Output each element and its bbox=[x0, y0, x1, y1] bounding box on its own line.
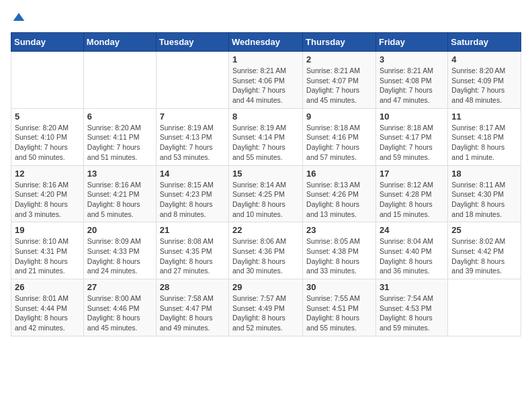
day-number: 21 bbox=[160, 225, 225, 235]
day-info: Sunrise: 8:01 AM Sunset: 4:44 PM Dayligh… bbox=[15, 293, 80, 333]
calendar-week-4: 26Sunrise: 8:01 AM Sunset: 4:44 PM Dayli… bbox=[11, 279, 521, 336]
day-number: 25 bbox=[451, 225, 517, 235]
column-header-thursday: Thursday bbox=[303, 33, 376, 52]
day-info: Sunrise: 7:58 AM Sunset: 4:47 PM Dayligh… bbox=[160, 293, 225, 333]
calendar-cell-4-4: 30Sunrise: 7:55 AM Sunset: 4:51 PM Dayli… bbox=[303, 279, 376, 336]
calendar-cell-3-3: 22Sunrise: 8:06 AM Sunset: 4:36 PM Dayli… bbox=[229, 222, 303, 279]
calendar-cell-2-4: 16Sunrise: 8:13 AM Sunset: 4:26 PM Dayli… bbox=[303, 165, 376, 222]
calendar-cell-0-5: 3Sunrise: 8:21 AM Sunset: 4:08 PM Daylig… bbox=[375, 52, 447, 109]
day-info: Sunrise: 8:13 AM Sunset: 4:26 PM Dayligh… bbox=[306, 180, 372, 220]
day-info: Sunrise: 8:20 AM Sunset: 4:09 PM Dayligh… bbox=[451, 66, 517, 105]
day-info: Sunrise: 8:21 AM Sunset: 4:08 PM Dayligh… bbox=[380, 66, 444, 105]
calendar-cell-2-5: 17Sunrise: 8:12 AM Sunset: 4:28 PM Dayli… bbox=[375, 165, 447, 222]
day-info: Sunrise: 8:16 AM Sunset: 4:21 PM Dayligh… bbox=[87, 180, 152, 220]
calendar-cell-3-1: 20Sunrise: 8:09 AM Sunset: 4:33 PM Dayli… bbox=[83, 222, 156, 279]
day-number: 17 bbox=[380, 169, 444, 179]
day-number: 5 bbox=[15, 111, 80, 122]
calendar-cell-0-0 bbox=[11, 52, 84, 109]
day-info: Sunrise: 8:12 AM Sunset: 4:28 PM Dayligh… bbox=[380, 180, 444, 220]
calendar-cell-3-5: 24Sunrise: 8:04 AM Sunset: 4:40 PM Dayli… bbox=[375, 222, 447, 279]
calendar-cell-3-4: 23Sunrise: 8:05 AM Sunset: 4:38 PM Dayli… bbox=[303, 222, 376, 279]
day-info: Sunrise: 8:18 AM Sunset: 4:16 PM Dayligh… bbox=[306, 123, 372, 163]
calendar-header-row: SundayMondayTuesdayWednesdayThursdayFrid… bbox=[11, 33, 521, 52]
day-info: Sunrise: 8:20 AM Sunset: 4:10 PM Dayligh… bbox=[15, 123, 80, 163]
column-header-friday: Friday bbox=[375, 33, 447, 52]
calendar-cell-1-1: 6Sunrise: 8:20 AM Sunset: 4:11 PM Daylig… bbox=[83, 108, 156, 165]
calendar-cell-2-2: 14Sunrise: 8:15 AM Sunset: 4:23 PM Dayli… bbox=[156, 165, 228, 222]
day-info: Sunrise: 8:10 AM Sunset: 4:31 PM Dayligh… bbox=[15, 236, 80, 276]
calendar-cell-2-1: 13Sunrise: 8:16 AM Sunset: 4:21 PM Dayli… bbox=[83, 165, 156, 222]
day-info: Sunrise: 8:19 AM Sunset: 4:14 PM Dayligh… bbox=[232, 123, 299, 163]
day-info: Sunrise: 8:02 AM Sunset: 4:42 PM Dayligh… bbox=[451, 236, 517, 276]
calendar-cell-1-4: 9Sunrise: 8:18 AM Sunset: 4:16 PM Daylig… bbox=[303, 108, 376, 165]
calendar-cell-0-3: 1Sunrise: 8:21 AM Sunset: 4:06 PM Daylig… bbox=[229, 52, 303, 109]
calendar-week-3: 19Sunrise: 8:10 AM Sunset: 4:31 PM Dayli… bbox=[11, 222, 521, 279]
calendar-cell-1-6: 11Sunrise: 8:17 AM Sunset: 4:18 PM Dayli… bbox=[448, 108, 521, 165]
day-number: 4 bbox=[451, 54, 517, 64]
calendar-cell-4-6 bbox=[448, 279, 521, 336]
calendar-cell-0-4: 2Sunrise: 8:21 AM Sunset: 4:07 PM Daylig… bbox=[303, 52, 376, 109]
day-info: Sunrise: 8:05 AM Sunset: 4:38 PM Dayligh… bbox=[306, 236, 372, 276]
day-info: Sunrise: 8:21 AM Sunset: 4:07 PM Dayligh… bbox=[306, 66, 372, 105]
day-number: 26 bbox=[15, 282, 80, 292]
logo bbox=[11, 11, 26, 24]
day-info: Sunrise: 7:57 AM Sunset: 4:49 PM Dayligh… bbox=[232, 293, 299, 333]
calendar-cell-1-2: 7Sunrise: 8:19 AM Sunset: 4:13 PM Daylig… bbox=[156, 108, 228, 165]
day-info: Sunrise: 8:17 AM Sunset: 4:18 PM Dayligh… bbox=[451, 123, 517, 163]
day-number: 3 bbox=[380, 54, 444, 64]
calendar-cell-3-6: 25Sunrise: 8:02 AM Sunset: 4:42 PM Dayli… bbox=[448, 222, 521, 279]
day-number: 19 bbox=[15, 225, 80, 235]
day-number: 10 bbox=[380, 111, 444, 122]
day-info: Sunrise: 7:55 AM Sunset: 4:51 PM Dayligh… bbox=[306, 293, 372, 333]
day-number: 18 bbox=[451, 169, 517, 179]
day-number: 20 bbox=[87, 225, 152, 235]
calendar-week-1: 5Sunrise: 8:20 AM Sunset: 4:10 PM Daylig… bbox=[11, 108, 521, 165]
day-number: 14 bbox=[160, 169, 225, 179]
day-number: 7 bbox=[160, 111, 225, 122]
day-info: Sunrise: 8:00 AM Sunset: 4:46 PM Dayligh… bbox=[87, 293, 152, 333]
day-number: 30 bbox=[306, 282, 372, 292]
day-number: 24 bbox=[380, 225, 444, 235]
calendar-cell-1-5: 10Sunrise: 8:18 AM Sunset: 4:17 PM Dayli… bbox=[375, 108, 447, 165]
calendar-week-2: 12Sunrise: 8:16 AM Sunset: 4:20 PM Dayli… bbox=[11, 165, 521, 222]
day-number: 29 bbox=[232, 282, 299, 292]
calendar-table: SundayMondayTuesdayWednesdayThursdayFrid… bbox=[11, 32, 521, 336]
day-info: Sunrise: 8:06 AM Sunset: 4:36 PM Dayligh… bbox=[232, 236, 299, 276]
day-info: Sunrise: 8:20 AM Sunset: 4:11 PM Dayligh… bbox=[87, 123, 152, 163]
column-header-saturday: Saturday bbox=[448, 33, 521, 52]
day-number: 22 bbox=[232, 225, 299, 235]
day-number: 13 bbox=[87, 169, 152, 179]
day-number: 15 bbox=[232, 169, 299, 179]
day-number: 28 bbox=[160, 282, 225, 292]
calendar-cell-1-0: 5Sunrise: 8:20 AM Sunset: 4:10 PM Daylig… bbox=[11, 108, 84, 165]
logo-icon bbox=[12, 11, 26, 24]
day-number: 31 bbox=[380, 282, 444, 292]
column-header-tuesday: Tuesday bbox=[156, 33, 228, 52]
calendar-cell-4-3: 29Sunrise: 7:57 AM Sunset: 4:49 PM Dayli… bbox=[229, 279, 303, 336]
calendar-cell-3-2: 21Sunrise: 8:08 AM Sunset: 4:35 PM Dayli… bbox=[156, 222, 228, 279]
day-info: Sunrise: 8:09 AM Sunset: 4:33 PM Dayligh… bbox=[87, 236, 152, 276]
day-number: 6 bbox=[87, 111, 152, 122]
calendar-cell-0-2 bbox=[156, 52, 228, 109]
day-info: Sunrise: 8:16 AM Sunset: 4:20 PM Dayligh… bbox=[15, 180, 80, 220]
calendar-cell-2-0: 12Sunrise: 8:16 AM Sunset: 4:20 PM Dayli… bbox=[11, 165, 84, 222]
calendar-cell-4-0: 26Sunrise: 8:01 AM Sunset: 4:44 PM Dayli… bbox=[11, 279, 84, 336]
day-info: Sunrise: 8:14 AM Sunset: 4:25 PM Dayligh… bbox=[232, 180, 299, 220]
day-info: Sunrise: 8:08 AM Sunset: 4:35 PM Dayligh… bbox=[160, 236, 225, 276]
calendar-cell-0-1 bbox=[83, 52, 156, 109]
calendar-cell-4-5: 31Sunrise: 7:54 AM Sunset: 4:53 PM Dayli… bbox=[375, 279, 447, 336]
day-number: 27 bbox=[87, 282, 152, 292]
column-header-sunday: Sunday bbox=[11, 33, 84, 52]
day-info: Sunrise: 8:11 AM Sunset: 4:30 PM Dayligh… bbox=[451, 180, 517, 220]
day-number: 9 bbox=[306, 111, 372, 122]
day-info: Sunrise: 7:54 AM Sunset: 4:53 PM Dayligh… bbox=[380, 293, 444, 333]
day-number: 2 bbox=[306, 54, 372, 64]
day-number: 8 bbox=[232, 111, 299, 122]
calendar-week-0: 1Sunrise: 8:21 AM Sunset: 4:06 PM Daylig… bbox=[11, 52, 521, 109]
calendar-cell-1-3: 8Sunrise: 8:19 AM Sunset: 4:14 PM Daylig… bbox=[229, 108, 303, 165]
day-number: 16 bbox=[306, 169, 372, 179]
day-info: Sunrise: 8:18 AM Sunset: 4:17 PM Dayligh… bbox=[380, 123, 444, 163]
day-number: 23 bbox=[306, 225, 372, 235]
day-info: Sunrise: 8:21 AM Sunset: 4:06 PM Dayligh… bbox=[232, 66, 299, 105]
day-info: Sunrise: 8:19 AM Sunset: 4:13 PM Dayligh… bbox=[160, 123, 225, 163]
